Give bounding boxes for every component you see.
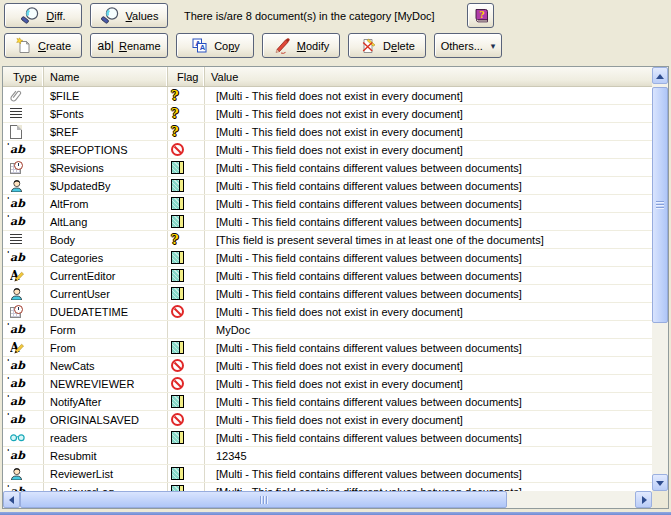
table-row[interactable]: $REF ? [Multi - This field does not exis… <box>3 123 652 141</box>
horizontal-scrollbar[interactable] <box>3 491 652 508</box>
text-field-icon: ab <box>10 144 25 155</box>
field-name: $REF <box>44 123 168 140</box>
field-value: [Multi - This field contains different v… <box>205 177 652 194</box>
table-row[interactable]: $Fonts ? [Multi - This field does not ex… <box>3 105 652 123</box>
field-name: CurrentUser <box>44 285 168 302</box>
delete-icon <box>359 37 378 55</box>
field-name: ReviewerLog <box>44 483 168 491</box>
diff-button[interactable]: Diff. <box>4 3 82 28</box>
table-row[interactable]: ab $REFOPTIONS [Multi - This field does … <box>3 141 652 159</box>
no-entry-flag-icon <box>171 377 184 390</box>
text-field-icon: ab <box>10 450 25 461</box>
field-value: [Multi - This field contains different v… <box>205 393 652 410</box>
field-value: 12345 <box>205 447 652 464</box>
no-entry-flag-icon <box>171 143 184 156</box>
table-row[interactable]: ab Resubmit 12345 <box>3 447 652 465</box>
table-row[interactable]: A CurrentEditor [Multi - This field cont… <box>3 267 652 285</box>
table-row[interactable]: ab NEWREVIEWER [Multi - This field does … <box>3 375 652 393</box>
table-body: $FILE ? [Multi - This field does not exi… <box>3 87 652 491</box>
help-button[interactable]: ? <box>467 3 494 28</box>
field-name: NotifyAfter <box>44 393 168 410</box>
copy-button[interactable]: AA Copy <box>176 33 254 58</box>
magnifier-icon <box>100 6 121 25</box>
field-name: $Revisions <box>44 159 168 176</box>
table-row[interactable]: ab ORIGINALSAVED [Multi - This field doe… <box>3 411 652 429</box>
toolbar-top: Diff. Values There is/are 8 document(s) … <box>4 3 435 28</box>
table-row[interactable]: $FILE ? [Multi - This field does not exi… <box>3 87 652 105</box>
field-name: DUEDATETIME <box>44 303 168 320</box>
text-field-icon: ab <box>10 216 25 227</box>
text-field-icon: ab <box>10 396 25 407</box>
modify-button[interactable]: Modify <box>262 33 340 58</box>
multivalue-flag-icon <box>171 215 184 228</box>
table-row[interactable]: DUEDATETIME [Multi - This field does not… <box>3 303 652 321</box>
person-icon <box>10 179 23 192</box>
field-value: [Multi - This field does not exist in ev… <box>205 123 652 140</box>
table-row[interactable]: $UpdatedBy [Multi - This field contains … <box>3 177 652 195</box>
scroll-right-button[interactable] <box>635 491 652 508</box>
svg-text:?: ? <box>479 9 484 19</box>
field-list: Type Name Flag Value $FILE ? [Multi - Th… <box>2 66 669 509</box>
table-row[interactable]: ab Categories [Multi - This field contai… <box>3 249 652 267</box>
field-name: NewCats <box>44 357 168 374</box>
document-icon <box>10 125 22 139</box>
table-row[interactable]: CurrentUser [Multi - This field contains… <box>3 285 652 303</box>
person-icon <box>10 467 23 480</box>
no-entry-flag-icon <box>171 305 184 318</box>
text-field-icon: ab <box>10 360 25 371</box>
field-value: [Multi - This field contains different v… <box>205 429 652 446</box>
field-value: [Multi - This field does not exist in ev… <box>205 105 652 122</box>
others-dropdown-button[interactable]: Others... ▾ <box>434 33 502 58</box>
values-button[interactable]: Values <box>90 3 168 28</box>
field-value: [Multi - This field does not exist in ev… <box>205 411 652 428</box>
table-row[interactable]: ab NewCats [Multi - This field does not … <box>3 357 652 375</box>
multivalue-flag-icon <box>171 197 184 210</box>
column-header-value[interactable]: Value <box>205 67 652 86</box>
scroll-down-button[interactable] <box>652 474 668 491</box>
no-entry-flag-icon <box>171 359 184 372</box>
column-header-type[interactable]: Type <box>3 67 44 86</box>
field-name: Form <box>44 321 168 338</box>
horizontal-scrollbar-thumb[interactable] <box>20 491 507 508</box>
table-row[interactable]: $Revisions [Multi - This field contains … <box>3 159 652 177</box>
attachment-icon <box>10 89 23 102</box>
table-row[interactable]: readers [Multi - This field contains dif… <box>3 429 652 447</box>
field-value: [Multi - This field does not exist in ev… <box>205 87 652 104</box>
table-row[interactable]: ab Form MyDoc <box>3 321 652 339</box>
vertical-scrollbar-thumb[interactable] <box>652 87 668 323</box>
field-value: [Multi - This field contains different v… <box>205 483 652 491</box>
rename-button[interactable]: ab| Rename <box>90 33 168 58</box>
field-value: [This field is present several times in … <box>205 231 652 248</box>
table-row[interactable]: A From [Multi - This field contains diff… <box>3 339 652 357</box>
column-header-flag[interactable]: Flag <box>168 67 205 86</box>
table-row[interactable]: ab ReviewerLog [Multi - This field conta… <box>3 483 652 491</box>
modify-pen-icon <box>273 37 292 54</box>
question-flag-icon: ? <box>171 233 179 246</box>
text-field-icon: ab <box>10 198 25 209</box>
new-document-icon <box>15 37 33 55</box>
scroll-left-button[interactable] <box>3 491 20 508</box>
vertical-scrollbar[interactable] <box>652 67 668 491</box>
scroll-up-button[interactable] <box>652 67 668 84</box>
field-name: $REFOPTIONS <box>44 141 168 158</box>
field-name: $FILE <box>44 87 168 104</box>
column-header-name[interactable]: Name <box>44 67 168 86</box>
delete-button[interactable]: Delete <box>348 33 426 58</box>
table-row[interactable]: ab AltLang [Multi - This field contains … <box>3 213 652 231</box>
table-row[interactable]: ab AltFrom [Multi - This field contains … <box>3 195 652 213</box>
field-value: [Multi - This field does not exist in ev… <box>205 357 652 374</box>
table-row[interactable]: ReviewerList [Multi - This field contain… <box>3 465 652 483</box>
readers-icon <box>10 433 25 442</box>
no-entry-flag-icon <box>171 413 184 426</box>
authors-icon: A <box>10 341 25 354</box>
datetime-icon <box>10 161 23 174</box>
scrollbar-corner <box>652 491 668 508</box>
field-name: Body <box>44 231 168 248</box>
multivalue-flag-icon <box>171 179 184 192</box>
table-row[interactable]: Body ? [This field is present several ti… <box>3 231 652 249</box>
table-row[interactable]: ab NotifyAfter [Multi - This field conta… <box>3 393 652 411</box>
field-value: [Multi - This field contains different v… <box>205 213 652 230</box>
create-button[interactable]: Create <box>4 33 82 58</box>
field-value: [Multi - This field does not exist in ev… <box>205 375 652 392</box>
category-message: There is/are 8 document(s) in the catego… <box>184 10 435 22</box>
